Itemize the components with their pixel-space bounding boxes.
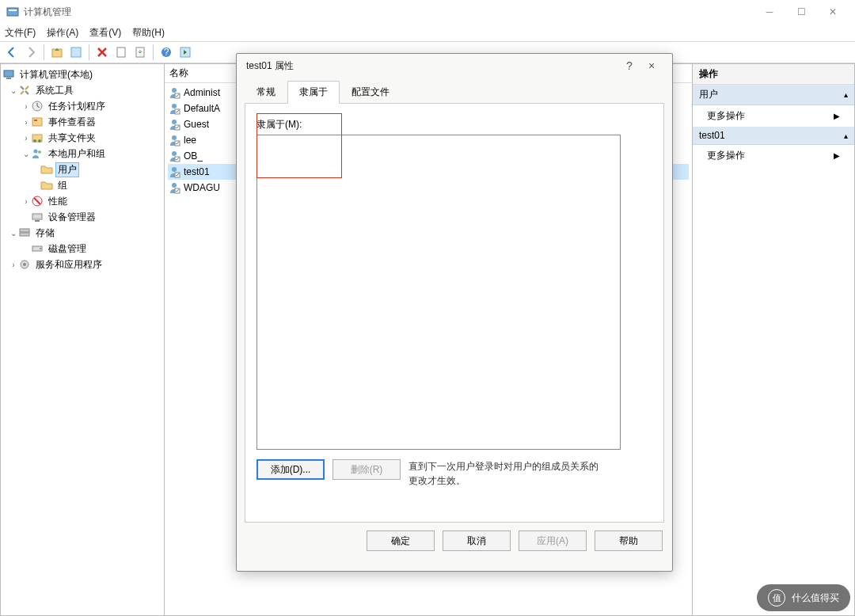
tree-pane: 计算机管理(本地) ⌄系统工具 ›任务计划程序 ›事件查看器 ›共享文件夹 ⌄本… (0, 63, 164, 616)
svg-point-25 (40, 248, 41, 249)
svg-rect-23 (20, 233, 29, 236)
action-group-test01[interactable]: test01▴ (693, 127, 854, 145)
svg-point-36 (172, 151, 177, 156)
memberof-listbox[interactable] (256, 135, 621, 450)
folder-icon (40, 179, 53, 192)
svg-rect-9 (4, 70, 13, 77)
tree-local-users[interactable]: ⌄本地用户和组 (1, 146, 164, 162)
cancel-button[interactable]: 取消 (443, 530, 511, 551)
properties-button[interactable] (67, 44, 85, 61)
tree-storage[interactable]: ⌄存储 (1, 225, 164, 241)
services-icon (18, 258, 31, 271)
close-button[interactable]: ✕ (817, 1, 849, 23)
help-button[interactable]: ? (158, 44, 175, 61)
tree-device-manager[interactable]: 设备管理器 (1, 209, 164, 225)
title-bar: 计算机管理 ─ ☐ ✕ (0, 0, 855, 24)
list-item-label: WDAGU (184, 182, 220, 193)
tree-event-viewer[interactable]: ›事件查看器 (1, 114, 164, 130)
tree-users[interactable]: 用户 (1, 162, 164, 177)
up-button[interactable] (48, 44, 66, 61)
remove-button[interactable]: 删除(R) (332, 459, 401, 480)
svg-point-34 (172, 135, 177, 140)
forward-button[interactable] (22, 44, 40, 61)
app-icon (6, 6, 19, 18)
window-title: 计算机管理 (24, 6, 754, 19)
svg-point-15 (33, 139, 36, 143)
svg-point-38 (172, 167, 177, 172)
svg-rect-10 (6, 78, 11, 79)
minimize-button[interactable]: ─ (754, 1, 785, 23)
view-button[interactable] (177, 44, 194, 61)
svg-rect-22 (20, 229, 29, 232)
tree-groups[interactable]: 组 (1, 177, 164, 193)
dialog-close-button[interactable]: × (640, 59, 663, 72)
tree-disk-management[interactable]: 磁盘管理 (1, 241, 164, 257)
svg-rect-3 (71, 48, 81, 57)
watermark-text: 什么值得买 (792, 591, 839, 605)
tab-profile[interactable]: 配置文件 (340, 81, 401, 104)
svg-point-27 (23, 263, 26, 266)
list-item-label: Guest (184, 119, 209, 130)
svg-point-17 (34, 150, 38, 154)
svg-rect-20 (32, 214, 42, 219)
svg-point-28 (172, 88, 177, 93)
tab-general[interactable]: 常规 (245, 81, 287, 104)
user-icon (168, 165, 180, 178)
list-item-label: DefaultA (184, 103, 220, 114)
actions-header: 操作 (693, 64, 854, 85)
svg-rect-12 (32, 118, 42, 126)
user-icon (168, 150, 180, 162)
dialog-help-button[interactable]: ? (618, 59, 640, 72)
help-button[interactable]: 帮助 (595, 530, 663, 551)
maximize-button[interactable]: ☐ (785, 1, 817, 23)
menu-view[interactable]: 查看(V) (89, 26, 121, 40)
collapse-icon: ▴ (844, 90, 848, 99)
highlight-box (256, 113, 342, 178)
tree-task-scheduler[interactable]: ›任务计划程序 (1, 98, 164, 114)
watermark-icon: 值 (768, 589, 785, 606)
delete-button[interactable] (93, 44, 111, 61)
menu-help[interactable]: 帮助(H) (132, 26, 165, 40)
user-icon (168, 181, 180, 194)
disk-icon (31, 242, 44, 255)
action-more-2[interactable]: 更多操作▶ (693, 145, 854, 166)
tree-shared-folders[interactable]: ›共享文件夹 (1, 130, 164, 146)
user-icon (168, 118, 180, 131)
collapse-icon: ▴ (844, 131, 848, 140)
tree-services[interactable]: ›服务和应用程序 (1, 257, 164, 272)
svg-rect-1 (9, 10, 17, 11)
action-group-users[interactable]: 用户▴ (693, 85, 854, 105)
user-icon (168, 86, 180, 99)
menu-action[interactable]: 操作(A) (47, 26, 78, 40)
clock-icon (31, 100, 44, 112)
svg-rect-0 (7, 8, 18, 16)
tools-icon (18, 84, 31, 97)
dialog-title: test01 属性 (246, 59, 618, 73)
tree-system-tools[interactable]: ⌄系统工具 (1, 82, 164, 98)
chevron-right-icon: ▶ (834, 151, 840, 160)
apply-button[interactable]: 应用(A) (519, 530, 587, 551)
device-icon (31, 211, 44, 223)
ok-button[interactable]: 确定 (367, 530, 435, 551)
dialog-titlebar: test01 属性 ? × (237, 54, 672, 78)
actions-pane: 操作 用户▴ 更多操作▶ test01▴ 更多操作▶ (693, 63, 855, 616)
tab-memberof[interactable]: 隶属于 (287, 81, 340, 104)
action-more-1[interactable]: 更多操作▶ (693, 105, 854, 127)
chevron-right-icon: ▶ (834, 112, 840, 120)
menu-file[interactable]: 文件(F) (5, 26, 36, 40)
svg-point-16 (38, 139, 41, 143)
tree-performance[interactable]: ›性能 (1, 193, 164, 209)
export-button[interactable] (131, 44, 149, 61)
add-button[interactable]: 添加(D)... (256, 459, 325, 480)
menu-bar: 文件(F) 操作(A) 查看(V) 帮助(H) (0, 24, 855, 41)
back-button[interactable] (3, 44, 21, 61)
svg-rect-4 (117, 48, 125, 57)
svg-point-18 (38, 150, 41, 154)
dialog-footer: 确定 取消 应用(A) 帮助 (237, 523, 672, 559)
tree-root[interactable]: 计算机管理(本地) (1, 67, 164, 82)
shared-icon (31, 131, 44, 144)
storage-icon (18, 226, 31, 239)
svg-point-30 (172, 104, 177, 108)
svg-point-40 (172, 183, 177, 188)
refresh-button[interactable] (112, 44, 130, 61)
